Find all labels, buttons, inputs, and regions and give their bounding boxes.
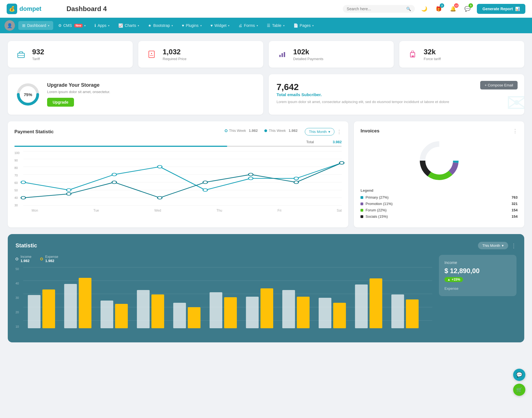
search-input[interactable]	[347, 7, 404, 11]
expense-legend-dot	[40, 258, 43, 260]
stat-card-tariff: 932 Tariff	[8, 41, 133, 68]
nav-item-dashboard[interactable]: ⊞ Dashboard ▾	[18, 21, 53, 30]
nav-item-table[interactable]: ☰ Table ▾	[263, 21, 288, 30]
income-legend-value: 1.982	[21, 259, 31, 263]
chevron-down-icon: ▾	[312, 24, 314, 27]
chart-icon: 📊	[515, 7, 520, 11]
svg-rect-70	[406, 299, 419, 328]
svg-rect-57	[173, 303, 186, 328]
logo-icon: 💰	[7, 4, 17, 14]
header-icons: 🌙 🎁 2 🔔 12 💬 5	[419, 4, 472, 14]
dropdown-arrow-icon: ▾	[502, 243, 504, 248]
search-box[interactable]: 🔍	[343, 5, 415, 13]
socials-color-swatch	[360, 215, 363, 218]
promotion-label: Promotion (11%)	[365, 202, 393, 206]
statistic-body: Income 1.982 Expense 1.982 50	[16, 255, 516, 335]
y-axis-labels: 100 90 80 70 60 50 40 30	[14, 151, 19, 212]
bar-y-labels: 50 40 30 20 10	[16, 267, 19, 328]
legend-value-2: 1.982	[288, 129, 298, 133]
svg-point-32	[66, 193, 71, 195]
nav-item-apps[interactable]: ℹ Apps ▾	[91, 21, 113, 30]
email-sub-label: Total emails Subcriber.	[277, 92, 516, 97]
x-label-sat: Sat	[337, 209, 342, 212]
bar-chart-container: 50 40 30 20 10	[16, 267, 432, 335]
nav-item-label: Forms	[244, 23, 255, 28]
table-nav-icon: ☰	[267, 23, 270, 28]
nav-item-forms[interactable]: 🖨 Forms ▾	[234, 21, 262, 30]
nav-item-cms[interactable]: ⚙ CMS New ▾	[54, 21, 90, 30]
search-icon: 🔍	[406, 7, 411, 11]
bell-icon-btn[interactable]: 🔔 12	[448, 4, 458, 14]
briefcase-icon	[14, 48, 28, 61]
x-label-thu: Thu	[216, 209, 222, 212]
legend-label-1: This Week	[229, 129, 246, 133]
price-label: Required Price	[163, 57, 186, 61]
stat-info-force-tariff: 32k Force tariff	[424, 48, 441, 61]
svg-point-29	[294, 177, 298, 180]
line-chart-svg	[23, 151, 342, 207]
middle-row: 75% Upgrade Your Storage Lorem ipsum dol…	[8, 74, 524, 115]
nav-item-pages[interactable]: 📄 Pages ▾	[290, 21, 318, 30]
svg-rect-52	[79, 278, 91, 328]
nav-item-charts[interactable]: 📈 Charts ▾	[114, 21, 143, 30]
statistic-options-button[interactable]: ⋮	[511, 242, 516, 249]
upgrade-button[interactable]: Upgrade	[47, 98, 74, 107]
payments-label: Detalled Payments	[293, 57, 323, 61]
svg-rect-66	[333, 303, 346, 328]
income-change-row: ▲ +15%	[444, 277, 511, 282]
progress-fill	[14, 146, 227, 147]
y-label: 80	[14, 166, 19, 170]
period-label: This Month	[309, 130, 327, 134]
force-tariff-label: Force tariff	[424, 57, 441, 61]
chat-icon-btn[interactable]: 💬 5	[462, 4, 472, 14]
y-label-40: 40	[16, 282, 19, 285]
svg-rect-55	[137, 290, 150, 328]
avatar-image: 👤	[4, 20, 15, 31]
statistic-period-label: This Month	[482, 243, 500, 248]
bar-chart-svg	[23, 267, 432, 334]
y-label-10: 10	[16, 325, 19, 328]
nav-item-bootstrap[interactable]: ★ Bootstrap ▾	[144, 21, 177, 30]
payment-chart-title: Payment Statistic	[14, 129, 54, 135]
chart-controls: This Week 1.982 This Week 1.982	[225, 128, 342, 135]
income-legend-item: Income 1.982	[16, 255, 31, 263]
svg-rect-64	[297, 297, 310, 328]
nav-item-label: Apps	[98, 23, 106, 28]
x-label-wed: Wed	[154, 209, 161, 212]
nav-item-plugins[interactable]: ♥ Plugins ▾	[178, 21, 205, 30]
legend-dot-1	[225, 129, 227, 132]
statistic-period-button[interactable]: This Month ▾	[478, 242, 508, 249]
y-label: 70	[14, 174, 19, 177]
generate-report-button[interactable]: Generate Report 📊	[477, 4, 525, 14]
chart-options-button[interactable]: ⋮	[337, 129, 342, 135]
stat-info-price: 1,032 Required Price	[163, 48, 186, 61]
progress-bar	[14, 146, 342, 147]
y-label-50: 50	[16, 267, 19, 271]
svg-point-35	[203, 181, 208, 184]
legend-left: Promotion (11%)	[360, 202, 393, 206]
dark-mode-toggle[interactable]: 🌙	[419, 4, 429, 14]
email-desc: Lorem ipsum dolor sit amet, consectetur …	[277, 99, 516, 105]
chevron-down-icon: ▾	[108, 24, 109, 27]
charts-nav-icon: 📈	[118, 23, 123, 28]
promotion-count: 321	[511, 202, 518, 206]
period-dropdown[interactable]: This Month ▾	[305, 128, 334, 135]
legend-title: Legend	[360, 188, 518, 193]
nav-item-label: Dashboard	[27, 23, 46, 28]
svg-point-31	[21, 196, 25, 199]
building-icon	[406, 48, 419, 61]
gift-icon-btn[interactable]: 🎁 2	[434, 4, 444, 14]
svg-rect-65	[319, 298, 331, 328]
storage-info: Upgrade Your Storage Lorem ipsum dolor s…	[47, 82, 110, 107]
primary-color-swatch	[360, 196, 363, 199]
y-label-20: 20	[16, 311, 19, 314]
invoices-options-button[interactable]: ⋮	[513, 128, 518, 134]
svg-rect-59	[209, 292, 222, 328]
chevron-down-icon: ▾	[48, 24, 49, 27]
x-label-mon: Mon	[32, 209, 38, 212]
nav-item-widget[interactable]: ♥ Widget ▾	[207, 21, 234, 30]
income-legend-label: Income	[21, 255, 31, 259]
charts-row: Payment Statistic This Week 1.982 This W	[8, 121, 524, 227]
expense-legend-info: Expense 1.982	[45, 255, 58, 263]
bar-chart-area: Income 1.982 Expense 1.982 50	[16, 255, 432, 335]
